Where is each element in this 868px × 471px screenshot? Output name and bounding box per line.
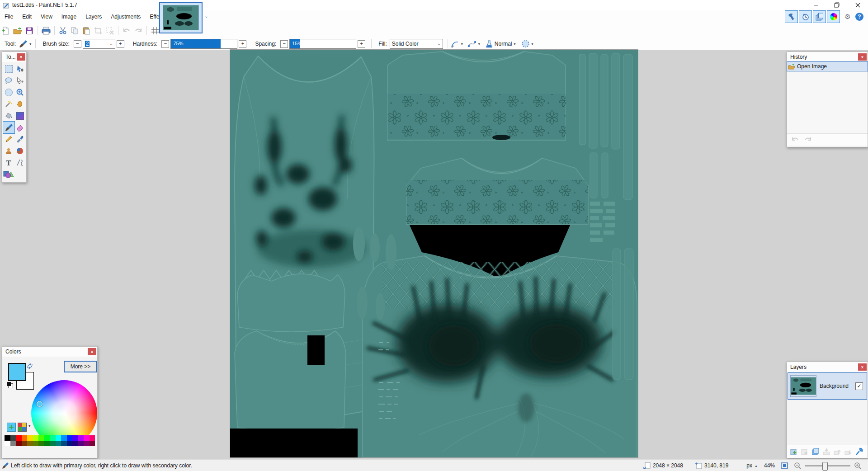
palette-swatch[interactable] — [44, 441, 50, 446]
palette-swatch[interactable] — [50, 441, 56, 446]
palette-swatch[interactable] — [16, 441, 22, 446]
unit-selector[interactable]: px ▲ — [746, 462, 758, 469]
palette-swatch[interactable] — [33, 435, 39, 441]
palette-swatch[interactable] — [38, 441, 44, 446]
smoothing-dropdown-arrow[interactable]: ▾ — [478, 42, 480, 46]
palette-swatch[interactable] — [84, 441, 90, 446]
colors-panel-close-icon[interactable]: x — [88, 348, 96, 355]
palette-swatch[interactable] — [67, 441, 73, 446]
toggle-tools-window[interactable] — [785, 10, 798, 23]
palette-swatch[interactable] — [44, 435, 50, 441]
tool-ellipse-select[interactable] — [3, 86, 14, 98]
print-button[interactable] — [41, 25, 52, 36]
palette-swatch[interactable] — [27, 441, 33, 446]
copy-button[interactable] — [69, 25, 80, 36]
tab-list-chevron-icon[interactable]: ⌄ — [204, 14, 208, 19]
palette-swatch[interactable] — [50, 435, 56, 441]
tool-rectangle-select[interactable] — [3, 63, 14, 75]
toggle-layers-window[interactable] — [813, 10, 826, 23]
history-panel-close-icon[interactable]: x — [858, 53, 867, 61]
zoom-slider[interactable] — [805, 465, 850, 466]
tool-dropdown-arrow[interactable]: ▾ — [29, 42, 31, 46]
history-item-open-image[interactable]: Open Image — [787, 62, 868, 71]
zoom-in-icon[interactable] — [854, 462, 862, 470]
swap-colors-icon[interactable] — [27, 363, 33, 369]
palette-swatch[interactable] — [67, 435, 73, 441]
color-wheel-selector[interactable] — [37, 401, 42, 407]
palette-swatch[interactable] — [72, 441, 78, 446]
blend-mode-dropdown-arrow[interactable]: ▾ — [514, 42, 516, 46]
document-tab-test1[interactable] — [159, 2, 203, 33]
palette-swatch[interactable] — [5, 435, 10, 441]
tool-line-curve[interactable] — [14, 157, 26, 169]
fill-style-dropdown[interactable]: Solid Color ⌄ — [390, 39, 443, 49]
antialiasing-icon[interactable] — [450, 40, 459, 48]
toggle-history-window[interactable] — [799, 10, 812, 23]
move-layer-up-button[interactable] — [833, 447, 842, 456]
tool-color-picker[interactable] — [14, 133, 26, 145]
tool-pan[interactable] — [14, 98, 26, 110]
tool-text[interactable]: T — [3, 157, 14, 169]
paste-button[interactable] — [81, 25, 92, 36]
blend-mode-value[interactable]: Normal — [495, 41, 512, 47]
antialiasing-dropdown-arrow[interactable]: ▾ — [461, 42, 463, 46]
palette-swatch[interactable] — [5, 441, 10, 446]
spacing-slider[interactable]: 15% — [289, 39, 356, 49]
layer-properties-button[interactable] — [854, 447, 863, 456]
palette-swatch[interactable] — [90, 441, 95, 446]
palette-swatch[interactable] — [61, 435, 67, 441]
hardness-decrement[interactable]: − — [161, 40, 169, 48]
palette-swatch[interactable] — [84, 435, 90, 441]
tool-recolor[interactable] — [14, 145, 26, 157]
palette-swatch[interactable] — [56, 435, 61, 441]
palette-swatch[interactable] — [10, 435, 16, 441]
delete-layer-button[interactable] — [800, 447, 809, 456]
help-button[interactable]: ? — [855, 13, 863, 21]
selection-clipping-dropdown-arrow[interactable]: ▾ — [532, 42, 533, 46]
history-redo-icon[interactable] — [803, 136, 812, 143]
more-button[interactable]: More >> — [64, 361, 97, 372]
move-layer-down-button[interactable] — [844, 447, 853, 456]
hardness-slider[interactable]: 75% — [170, 39, 237, 49]
add-layer-button[interactable] — [789, 447, 798, 456]
tool-paintbrush[interactable] — [3, 122, 14, 133]
palette-swatch[interactable] — [38, 435, 44, 441]
tool-magic-wand[interactable] — [3, 98, 14, 110]
palette-swatch[interactable] — [90, 435, 95, 441]
menu-layers[interactable]: Layers — [81, 11, 106, 23]
zoom-slider-thumb[interactable] — [822, 462, 828, 471]
palette-swatch[interactable] — [16, 435, 22, 441]
palette-swatch[interactable] — [22, 435, 28, 441]
palette-swatch[interactable] — [78, 435, 84, 441]
tools-panel-close-icon[interactable]: x — [17, 53, 25, 61]
palette-dropdown-arrow[interactable]: ▾ — [28, 424, 31, 428]
minimize-button[interactable] — [806, 0, 826, 10]
hardness-increment[interactable]: + — [239, 40, 246, 48]
spacing-increment[interactable]: + — [358, 40, 365, 48]
crop-button[interactable] — [93, 25, 104, 36]
new-file-button[interactable] — [0, 25, 11, 36]
settings-gear-icon[interactable]: ⚙ — [842, 13, 854, 21]
layer-visibility-checkbox[interactable]: ✓ — [855, 382, 863, 390]
tool-eraser[interactable] — [14, 122, 26, 133]
tool-move-selection[interactable] — [14, 75, 26, 86]
menu-view[interactable]: View — [36, 11, 57, 23]
zoom-out-icon[interactable] — [794, 462, 802, 470]
tool-clone-stamp[interactable] — [3, 145, 14, 157]
menu-image[interactable]: Image — [57, 11, 81, 23]
tool-paint-bucket[interactable] — [3, 110, 14, 122]
reset-colors-icon[interactable] — [7, 382, 13, 388]
palette-swatch[interactable] — [61, 441, 67, 446]
palette-swatch[interactable] — [72, 435, 78, 441]
palette-swatch[interactable] — [27, 435, 33, 441]
smoothing-icon[interactable] — [467, 40, 476, 48]
save-button[interactable] — [24, 25, 35, 36]
brush-size-combobox[interactable]: 2 ⌄ — [83, 39, 115, 49]
menu-file[interactable]: File — [0, 11, 18, 23]
close-button[interactable] — [847, 0, 868, 10]
palette-swatch[interactable] — [33, 441, 39, 446]
brush-size-decrement[interactable]: − — [74, 40, 81, 48]
palette-swatch[interactable] — [56, 441, 61, 446]
zoom-fit-icon[interactable] — [780, 462, 788, 469]
layers-panel-close-icon[interactable]: x — [858, 363, 867, 371]
